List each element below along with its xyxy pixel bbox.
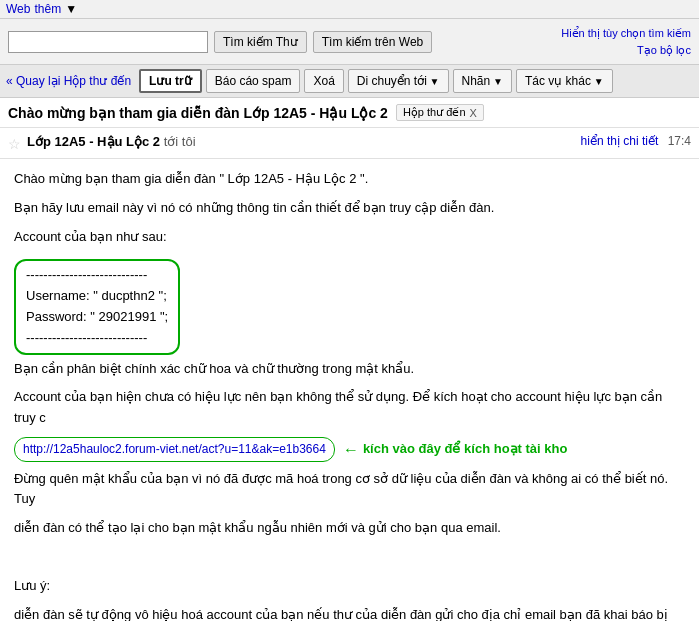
more-actions-button[interactable]: Tác vụ khác <box>516 69 613 93</box>
email-meta: hiển thị chi tiết 17:4 <box>581 134 691 148</box>
star-icon[interactable]: ☆ <box>8 136 21 152</box>
sender-name: Lớp 12A5 - Hậu Lộc 2 <box>27 134 160 149</box>
move-button[interactable]: Di chuyển tới <box>348 69 449 93</box>
account-label: Account của bạn như sau: <box>14 227 685 248</box>
search-bar: Tìm kiếm Thư Tìm kiếm trên Web Hiển thị … <box>0 19 699 65</box>
email-header: ☆ Lớp 12A5 - Hậu Lộc 2 tới tôi hiển thị … <box>0 128 699 159</box>
nav-web-link[interactable]: Web <box>6 2 30 16</box>
subject-bar: Chào mừng bạn tham gia diễn đàn Lớp 12A5… <box>0 98 699 128</box>
activation-intro: Account của bạn hiện chưa có hiệu lực nê… <box>14 387 685 429</box>
password-warning: Đừng quên mật khẩu của bạn vì nó đã được… <box>14 469 685 511</box>
activation-arrow-label: kích vào đây để kích hoạt tài kho <box>343 437 568 463</box>
password-line: Password: " 29021991 "; <box>26 307 168 328</box>
search-mail-button[interactable]: Tìm kiếm Thư <box>214 31 307 53</box>
search-web-button[interactable]: Tìm kiếm trên Web <box>313 31 432 53</box>
nav-them-link[interactable]: thêm <box>34 2 61 16</box>
search-options-link[interactable]: Hiển thị tùy chọn tìm kiếm <box>561 25 691 42</box>
email-subject: Chào mừng bạn tham gia diễn đàn Lớp 12A5… <box>8 105 388 121</box>
separator2: ---------------------------- <box>26 328 168 349</box>
show-details-link[interactable]: hiển thị chi tiết <box>581 134 659 148</box>
toolbar: Quay lại Hộp thư đến Lưu trữ Báo cáo spa… <box>0 65 699 98</box>
create-filter-link[interactable]: Tạo bộ lọc <box>561 42 691 59</box>
password-warning2: diễn đàn có thể tạo lại cho bạn mật khẩu… <box>14 518 685 539</box>
back-to-inbox-link[interactable]: Quay lại Hộp thư đến <box>6 74 131 88</box>
label-button[interactable]: Nhãn <box>453 69 512 93</box>
note1: diễn đàn sẽ tự động vô hiệu hoá account … <box>14 605 685 621</box>
separator1: ---------------------------- <box>26 265 168 286</box>
email-body: Chào mừng bạn tham gia diễn đàn " Lớp 12… <box>0 159 699 621</box>
inbox-tab-close[interactable]: X <box>470 107 477 119</box>
activation-link[interactable]: http://12a5hauloc2.forum-viet.net/act?u=… <box>14 437 335 462</box>
sender-info: Lớp 12A5 - Hậu Lộc 2 tới tôi <box>27 134 581 149</box>
inbox-tab: Hộp thư đến X <box>396 104 484 121</box>
email-time: 17:4 <box>668 134 691 148</box>
activation-row: http://12a5hauloc2.forum-viet.net/act?u=… <box>14 437 685 463</box>
credentials-box: ---------------------------- Username: "… <box>14 259 180 354</box>
top-nav: Web thêm ▼ <box>0 0 699 19</box>
case-sensitive-note: Bạn cần phân biệt chính xác chữ hoa và c… <box>14 359 685 380</box>
search-links: Hiển thị tùy chọn tìm kiếm Tạo bộ lọc <box>561 25 691 58</box>
search-input[interactable] <box>8 31 208 53</box>
greeting-line2: Bạn hãy lưu email này vì nó có những thô… <box>14 198 685 219</box>
delete-button[interactable]: Xoá <box>304 69 343 93</box>
spam-button[interactable]: Báo cáo spam <box>206 69 301 93</box>
inbox-tab-label: Hộp thư đến <box>403 106 466 119</box>
greeting-line1: Chào mừng bạn tham gia diễn đàn " Lớp 12… <box>14 169 685 190</box>
archive-button[interactable]: Lưu trữ <box>139 69 202 93</box>
username-line: Username: " ducpthn2 "; <box>26 286 168 307</box>
sender-to: tới tôi <box>164 134 196 149</box>
note-header: Lưu ý: <box>14 576 685 597</box>
nav-arrow: ▼ <box>65 2 77 16</box>
